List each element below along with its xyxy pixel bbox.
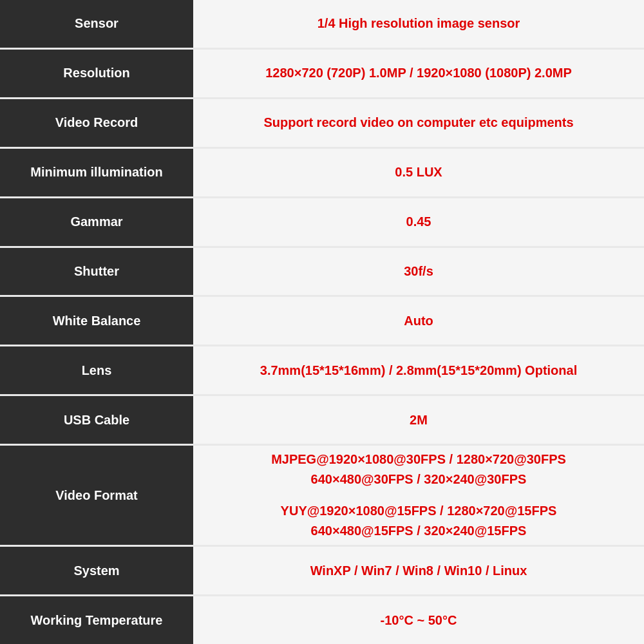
spec-label-white-balance: White Balance xyxy=(0,297,193,345)
spec-label-usb-cable: USB Cable xyxy=(0,396,193,444)
spec-value-usb-cable: 2M xyxy=(193,396,644,444)
spec-value-video-record: Support record video on computer etc equ… xyxy=(193,99,644,147)
spec-row-minimum-illumination: Minimum illumination0.5 LUX xyxy=(0,149,644,198)
value-line: YUY@1920×1080@15FPS / 1280×720@15FPS xyxy=(281,504,557,518)
spec-row-system: SystemWinXP / Win7 / Win8 / Win10 / Linu… xyxy=(0,547,644,596)
spec-label-working-temperature: Working Temperature xyxy=(0,596,193,644)
spec-label-resolution: Resolution xyxy=(0,50,193,97)
spec-label-video-record: Video Record xyxy=(0,99,193,147)
spec-value-working-temperature: -10°C ~ 50°C xyxy=(193,596,644,644)
spec-row-shutter: Shutter30f/s xyxy=(0,248,644,298)
spec-label-gammar: Gammar xyxy=(0,198,193,246)
spec-row-resolution: Resolution1280×720 (720P) 1.0MP / 1920×1… xyxy=(0,50,644,99)
spec-value-sensor: 1/4 High resolution image sensor xyxy=(193,0,644,48)
spec-value-lens: 3.7mm(15*15*16mm) / 2.8mm(15*15*20mm) Op… xyxy=(193,346,644,394)
spec-row-working-temperature: Working Temperature-10°C ~ 50°C xyxy=(0,596,644,644)
spec-value-white-balance: Auto xyxy=(193,297,644,345)
spec-row-sensor: Sensor1/4 High resolution image sensor xyxy=(0,0,644,50)
spec-row-lens: Lens3.7mm(15*15*16mm) / 2.8mm(15*15*20mm… xyxy=(0,346,644,396)
spec-label-lens: Lens xyxy=(0,346,193,394)
spec-value-system: WinXP / Win7 / Win8 / Win10 / Linux xyxy=(193,547,644,594)
value-line: MJPEG@1920×1080@30FPS / 1280×720@30FPS xyxy=(271,452,566,467)
spec-row-gammar: Gammar0.45 xyxy=(0,198,644,248)
spec-value-shutter: 30f/s xyxy=(193,248,644,296)
spec-label-system: System xyxy=(0,547,193,594)
spec-value-gammar: 0.45 xyxy=(193,198,644,246)
spec-label-shutter: Shutter xyxy=(0,248,193,296)
spec-row-usb-cable: USB Cable2M xyxy=(0,396,644,446)
spec-row-video-record: Video RecordSupport record video on comp… xyxy=(0,99,644,149)
spec-value-minimum-illumination: 0.5 LUX xyxy=(193,149,644,196)
value-line: 640×480@30FPS / 320×240@30FPS xyxy=(311,472,527,487)
specs-table: Sensor1/4 High resolution image sensorRe… xyxy=(0,0,644,644)
spec-label-minimum-illumination: Minimum illumination xyxy=(0,149,193,196)
spec-value-resolution: 1280×720 (720P) 1.0MP / 1920×1080 (1080P… xyxy=(193,50,644,97)
value-line: 640×480@15FPS / 320×240@15FPS xyxy=(311,524,527,538)
spec-label-video-format: Video Format xyxy=(0,446,193,545)
spec-row-video-format: Video FormatMJPEG@1920×1080@30FPS / 1280… xyxy=(0,446,644,547)
spec-label-sensor: Sensor xyxy=(0,0,193,48)
spec-row-white-balance: White BalanceAuto xyxy=(0,297,644,346)
spec-value-video-format: MJPEG@1920×1080@30FPS / 1280×720@30FPS64… xyxy=(193,446,644,545)
